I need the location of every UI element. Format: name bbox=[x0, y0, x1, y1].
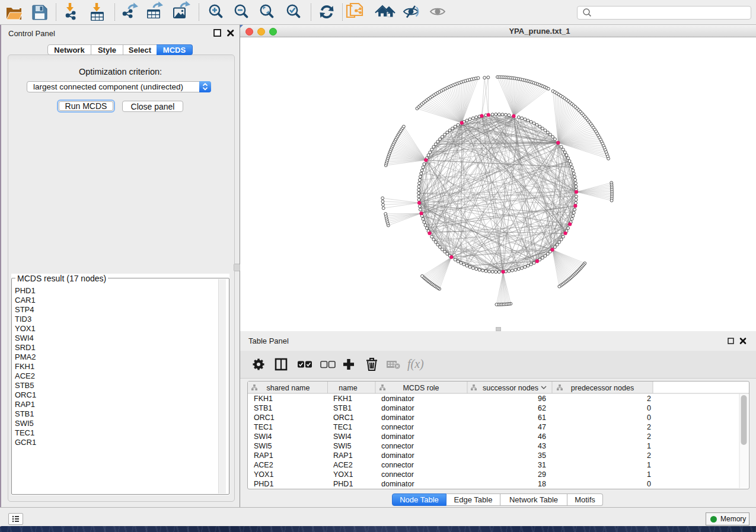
svg-text:connector: connector bbox=[381, 470, 414, 479]
svg-text:43: 43 bbox=[538, 442, 546, 450]
svg-text:62: 62 bbox=[538, 404, 546, 412]
svg-text:YOX1: YOX1 bbox=[254, 470, 273, 479]
svg-text:18: 18 bbox=[538, 480, 546, 488]
svg-text:SWI4: SWI4 bbox=[254, 432, 272, 441]
svg-text:name: name bbox=[339, 384, 357, 392]
svg-text:2: 2 bbox=[647, 423, 651, 431]
svg-text:46: 46 bbox=[538, 432, 546, 441]
svg-text:successor nodes: successor nodes bbox=[483, 384, 538, 392]
svg-text:dominator: dominator bbox=[381, 451, 414, 460]
svg-text:FKH1: FKH1 bbox=[254, 395, 273, 403]
svg-text:31: 31 bbox=[538, 461, 546, 469]
svg-text:YOX1: YOX1 bbox=[333, 470, 353, 479]
svg-text:61: 61 bbox=[538, 414, 546, 422]
svg-text:35: 35 bbox=[538, 451, 546, 460]
svg-text:0: 0 bbox=[647, 480, 651, 488]
svg-text:dominator: dominator bbox=[381, 414, 414, 422]
svg-text:SWI5: SWI5 bbox=[254, 442, 272, 450]
svg-text:0: 0 bbox=[647, 404, 651, 412]
svg-text:2: 2 bbox=[647, 451, 651, 460]
svg-text:SWI4: SWI4 bbox=[333, 432, 352, 441]
svg-text:TEC1: TEC1 bbox=[254, 423, 273, 431]
svg-text:dominator: dominator bbox=[381, 395, 414, 403]
svg-text:1: 1 bbox=[647, 461, 651, 469]
svg-text:connector: connector bbox=[381, 423, 414, 431]
svg-text:PHD1: PHD1 bbox=[254, 480, 273, 488]
svg-text:0: 0 bbox=[647, 414, 651, 422]
svg-text:predecessor nodes: predecessor nodes bbox=[571, 384, 634, 392]
svg-text:PHD1: PHD1 bbox=[333, 480, 353, 488]
svg-text:SWI5: SWI5 bbox=[333, 442, 352, 450]
svg-text:1: 1 bbox=[647, 442, 651, 450]
svg-text:ACE2: ACE2 bbox=[254, 461, 273, 469]
svg-text:MCDS role: MCDS role bbox=[403, 384, 439, 392]
svg-text:ACE2: ACE2 bbox=[333, 461, 353, 469]
svg-text:2: 2 bbox=[647, 395, 651, 403]
svg-text:dominator: dominator bbox=[381, 432, 414, 441]
svg-text:FKH1: FKH1 bbox=[333, 395, 352, 403]
svg-text:dominator: dominator bbox=[381, 404, 414, 412]
svg-text:TEC1: TEC1 bbox=[333, 423, 352, 431]
svg-text:96: 96 bbox=[538, 395, 546, 403]
svg-text:STB1: STB1 bbox=[333, 404, 352, 412]
svg-text:29: 29 bbox=[538, 470, 546, 479]
svg-text:dominator: dominator bbox=[381, 480, 414, 488]
svg-text:ORC1: ORC1 bbox=[254, 414, 275, 422]
svg-text:RAP1: RAP1 bbox=[254, 451, 273, 460]
svg-text:47: 47 bbox=[538, 423, 546, 431]
svg-text:ORC1: ORC1 bbox=[333, 414, 354, 422]
svg-text:RAP1: RAP1 bbox=[333, 451, 353, 460]
svg-text:shared name: shared name bbox=[267, 384, 310, 392]
svg-text:1: 1 bbox=[647, 470, 651, 479]
svg-text:connector: connector bbox=[381, 442, 414, 450]
svg-text:STB1: STB1 bbox=[254, 404, 272, 412]
svg-text:f(x): f(x) bbox=[407, 357, 424, 371]
svg-text:2: 2 bbox=[647, 432, 651, 441]
svg-text:connector: connector bbox=[381, 461, 414, 469]
